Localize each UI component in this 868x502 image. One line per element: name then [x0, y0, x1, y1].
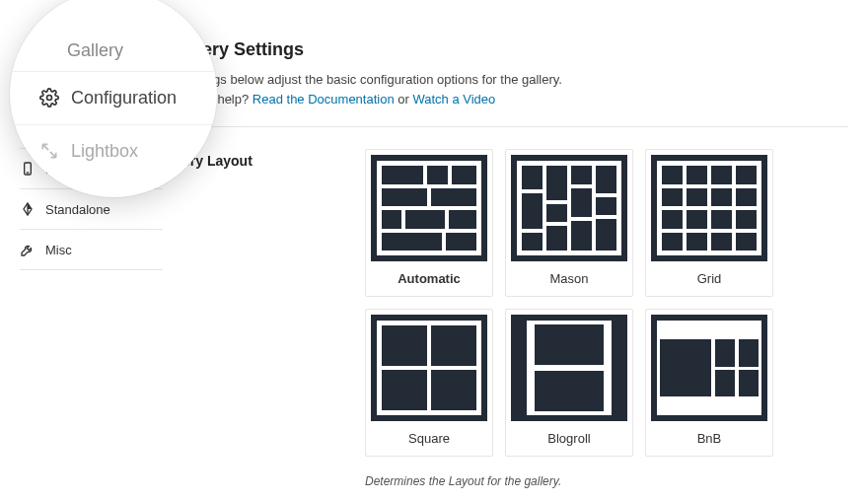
standalone-icon [20, 201, 36, 217]
magnifier-label: Lightbox [71, 141, 138, 162]
sidebar-item-label: Standalone [45, 202, 110, 217]
layout-option-grid[interactable]: Grid [645, 149, 773, 297]
blogroll-thumb [511, 315, 627, 421]
mason-thumb [511, 155, 627, 261]
automatic-thumb [371, 155, 487, 261]
grid-thumb [651, 155, 767, 261]
video-link[interactable]: Watch a Video [412, 92, 495, 107]
wrench-icon [20, 242, 36, 257]
gear-icon [39, 88, 59, 108]
magnifier-label: Gallery [67, 40, 123, 61]
expand-icon [39, 141, 59, 161]
bnb-thumb [651, 315, 767, 421]
layout-option-label: Automatic [398, 271, 461, 286]
layout-option-label: BnB [697, 431, 722, 446]
layout-option-bnb[interactable]: BnB [645, 309, 773, 457]
square-thumb [371, 315, 487, 421]
layout-option-automatic[interactable]: Automatic [365, 149, 493, 297]
svg-point-2 [47, 96, 52, 101]
settings-main: allery Settings settings below adjust th… [163, 0, 848, 488]
layout-helper-text: Determines the Layout for the gallery. [365, 474, 848, 488]
layout-option-label: Mason [549, 271, 588, 286]
section-divider [182, 126, 848, 127]
sidebar-item-misc[interactable]: Misc [20, 229, 163, 270]
layout-row-label: ery Layout [182, 149, 365, 169]
magnifier-item-configuration[interactable]: Configuration [10, 71, 217, 124]
magnifier-label: Configuration [71, 88, 177, 108]
magnifier-item-gallery[interactable]: Gallery [10, 40, 217, 71]
sidebar-item-label: Misc [45, 243, 72, 257]
layout-option-label: Blogroll [547, 431, 590, 446]
documentation-link[interactable]: Read the Documentation [253, 92, 395, 107]
settings-description: settings below adjust the basic configur… [182, 70, 848, 108]
page-title: allery Settings [182, 39, 848, 60]
layout-option-square[interactable]: Square [365, 309, 493, 457]
layout-option-blogroll[interactable]: Blogroll [505, 309, 633, 457]
layout-option-mason[interactable]: Mason [505, 149, 633, 297]
layout-option-label: Square [408, 431, 450, 446]
layout-option-label: Grid [697, 271, 722, 286]
mobile-icon [20, 161, 36, 177]
